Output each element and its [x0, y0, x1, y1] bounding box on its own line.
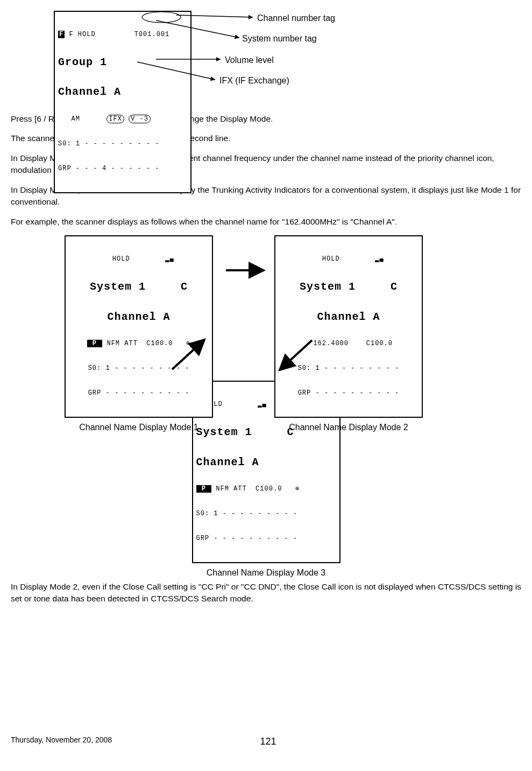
- group-line: Group 1: [58, 56, 187, 68]
- f-icon: F: [58, 31, 65, 38]
- lcd-mode2: HOLD ▂▄ System 1 C Channel A 162.4000 C1…: [274, 235, 423, 418]
- m1-l6: GRP - - - - - - - - - -: [69, 390, 209, 397]
- caption-mode3: Channel Name Display Mode 3: [11, 566, 521, 579]
- footer-page: 121: [260, 734, 276, 748]
- channel-line: Channel A: [58, 86, 187, 98]
- label-channel-tag: Channel number tag: [257, 12, 335, 24]
- caption-mode1: Channel Name Display Mode 1: [65, 421, 213, 433]
- para-5: For example, the scanner displays as fol…: [11, 216, 521, 228]
- close-call-icon: ⊕: [295, 485, 300, 493]
- para-6: In Display Mode 2, even if the Close Cal…: [11, 581, 521, 605]
- lcd-mode1: HOLD ▂▄ System 1 C Channel A P NFM ATT C…: [65, 235, 213, 418]
- m2-l2: System 1 C: [279, 281, 418, 293]
- m1-l2: System 1 C: [69, 281, 209, 293]
- m1-l5: S0: 1 - - - - - - - - -: [69, 365, 209, 373]
- hold-label: F HOLD: [69, 31, 95, 38]
- m3-l3: Channel A: [196, 456, 336, 468]
- m3-l6: GRP - - - - - - - - - -: [196, 535, 336, 543]
- ifx-tag: IFX: [107, 115, 124, 123]
- s0-line: S0: 1 - - - - - - - - -: [58, 141, 187, 148]
- m2-l1: HOLD ▂▄: [279, 256, 418, 263]
- label-ifx: IFX (IF Exchange): [219, 74, 289, 87]
- m3-pri-icon: P: [196, 485, 212, 493]
- label-volume: Volume level: [225, 54, 274, 66]
- sys-chan-tag: T001.001: [134, 31, 170, 38]
- caption-mode2: Channel Name Display Mode 2: [274, 421, 423, 433]
- m1-pri-icon: P: [87, 340, 103, 347]
- lcd-top: F F HOLDT001.001 Group 1 Channel A AM IF…: [54, 11, 191, 193]
- m2-l4: 162.4000 C100.0: [279, 340, 418, 348]
- label-system-tag: System number tag: [242, 32, 317, 45]
- m2-l6: GRP - - - - - - - - - -: [279, 390, 418, 397]
- m1-l3: Channel A: [69, 311, 209, 323]
- m2-l3: Channel A: [279, 311, 418, 323]
- grp-line: GRP - - - 4 - - - - - -: [58, 165, 187, 173]
- close-call-icon: ⊕: [186, 340, 190, 347]
- mod-label: AM: [58, 115, 80, 123]
- m3-l4: NFM ATT C100.0: [211, 485, 295, 493]
- m1-l4: NFM ATT C100.0: [102, 340, 186, 347]
- m3-l5: S0: 1 - - - - - - - - -: [196, 510, 336, 518]
- m2-l5: S0: 1 - - - - - - - - -: [279, 365, 418, 373]
- footer-date: Thursday, November 20, 2008: [11, 734, 112, 748]
- volume-tag: V -3: [129, 115, 151, 123]
- m1-l1: HOLD ▂▄: [69, 256, 209, 263]
